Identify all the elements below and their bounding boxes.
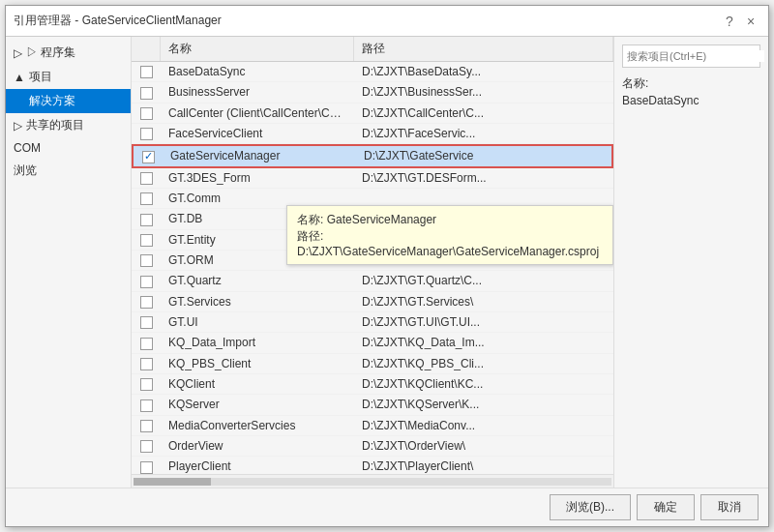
row-check-cell[interactable] (132, 354, 161, 373)
sidebar-item-browse[interactable]: 浏览 (6, 159, 131, 183)
browse-button[interactable]: 浏览(B)... (550, 494, 631, 520)
checkbox-icon[interactable] (140, 399, 153, 412)
title-bar: 引用管理器 - GateServiceClientManager ? × (6, 6, 768, 37)
checkbox-icon[interactable] (140, 338, 153, 350)
row-check-cell[interactable] (132, 292, 161, 311)
row-check-cell[interactable] (132, 82, 161, 102)
h-scroll-track (134, 478, 611, 486)
table-row[interactable]: FaceServiceClientD:\ZJXT\FaceServic... (132, 124, 613, 144)
sidebar-item-assemblies[interactable]: ▷ ▷ 程序集 (6, 41, 131, 65)
row-check-cell[interactable] (132, 271, 161, 290)
table-row[interactable]: GT.ServicesD:\ZJXT\GT.Services\ (132, 292, 613, 312)
checkbox-icon[interactable] (140, 378, 153, 391)
sidebar-item-com[interactable]: COM (6, 137, 131, 159)
solution-label: 解决方案 (29, 93, 75, 109)
row-check-cell[interactable] (132, 251, 161, 270)
header-check (132, 37, 161, 61)
row-check-cell[interactable] (132, 189, 161, 208)
checkbox-icon[interactable] (140, 358, 153, 370)
bottom-bar: 浏览(B)... 确定 取消 (6, 488, 768, 526)
table-row[interactable]: KQ_Data_ImportD:\ZJXT\KQ_Data_Im... (132, 333, 613, 353)
row-check-cell[interactable] (132, 312, 161, 332)
checkbox-icon[interactable] (140, 128, 153, 140)
row-name-cell: GT.Services (161, 292, 354, 311)
row-name-cell: KQClient (161, 374, 354, 394)
checkbox-icon[interactable] (140, 234, 153, 247)
row-path-cell: D:\ZJXT\MediaConv... (354, 416, 613, 435)
table-row[interactable]: GT.UID:\ZJXT\GT.UI\GT.UI... (132, 312, 613, 333)
shared-arrow-icon: ▷ (14, 119, 22, 133)
table-row[interactable]: OrderViewD:\ZJXT\OrderView\ (132, 436, 613, 457)
checkbox-icon[interactable] (140, 87, 153, 100)
row-path-cell: D:\ZJXT\GT.DESForm... (354, 168, 613, 188)
table-row[interactable]: BaseDataSyncD:\ZJXT\BaseDataSy... (132, 62, 613, 82)
checkbox-icon[interactable] (140, 461, 153, 474)
projects-label: 项目 (29, 69, 52, 85)
row-name-cell: GT.UI (161, 312, 354, 332)
checkbox-icon[interactable] (140, 107, 153, 120)
assemblies-arrow-icon: ▷ (14, 46, 22, 60)
row-check-cell[interactable] (132, 457, 161, 474)
row-check-cell[interactable] (134, 146, 163, 165)
table-row[interactable]: KQClientD:\ZJXT\KQClient\KC... (132, 374, 613, 395)
table-row[interactable]: KQServerD:\ZJXT\KQServer\K... (132, 395, 613, 415)
row-path-cell: D:\ZJXT\KQ_PBS_Cli... (354, 354, 613, 373)
table-row[interactable]: KQ_PBS_ClientD:\ZJXT\KQ_PBS_Cli... (132, 354, 613, 374)
row-check-cell[interactable] (132, 209, 161, 228)
tooltip-name-line: 名称: GateServiceManager (297, 212, 603, 228)
checkbox-icon[interactable] (140, 276, 153, 288)
row-check-cell[interactable] (132, 333, 161, 352)
search-box[interactable]: 🔍 (622, 44, 760, 68)
header-path: 路径 (354, 37, 613, 61)
help-button[interactable]: ? (720, 12, 739, 31)
sidebar-item-solution[interactable]: 解决方案 (6, 89, 131, 113)
table-row[interactable]: GT.3DES_FormD:\ZJXT\GT.DESForm... (132, 168, 613, 189)
sidebar-item-shared[interactable]: ▷ 共享的项目 (6, 113, 131, 137)
table-body[interactable]: BaseDataSyncD:\ZJXT\BaseDataSy...Busines… (132, 62, 613, 474)
table-row[interactable]: GateServiceManagerD:\ZJXT\GateService (132, 144, 613, 167)
tooltip-popup: 名称: GateServiceManager 路径: D:\ZJXT\GateS… (286, 205, 613, 265)
table-row[interactable]: MediaConverterServciesD:\ZJXT\MediaConv.… (132, 416, 613, 436)
row-path-cell: D:\ZJXT\BaseDataSy... (354, 62, 613, 81)
table-row[interactable]: GT.QuartzD:\ZJXT\GT.Quartz\C... (132, 271, 613, 291)
row-name-cell: KQ_PBS_Client (161, 354, 354, 373)
row-check-cell[interactable] (132, 103, 161, 123)
checkbox-icon[interactable] (140, 172, 153, 185)
row-check-cell[interactable] (132, 416, 161, 435)
table-row[interactable]: PlayerClientD:\ZJXT\PlayerClient\ (132, 457, 613, 474)
row-check-cell[interactable] (132, 374, 161, 394)
search-icon: 🔍 (764, 49, 768, 63)
checkbox-icon[interactable] (140, 440, 153, 453)
checkbox-icon[interactable] (140, 192, 153, 205)
checkbox-icon[interactable] (140, 316, 153, 329)
row-path-cell: D:\ZJXT\GT.Services\ (354, 292, 613, 311)
browse-label: 浏览 (14, 163, 37, 179)
row-name-cell: GT.3DES_Form (161, 168, 354, 188)
row-check-cell[interactable] (132, 436, 161, 456)
row-check-cell[interactable] (132, 230, 161, 250)
ok-button[interactable]: 确定 (637, 494, 695, 520)
checkbox-icon[interactable] (142, 151, 155, 163)
row-check-cell[interactable] (132, 62, 161, 81)
row-check-cell[interactable] (132, 168, 161, 188)
table-row[interactable]: BusinessServerD:\ZJXT\BusinessSer... (132, 82, 613, 103)
right-panel: 🔍 名称: BaseDataSync (613, 37, 768, 488)
search-input[interactable] (623, 50, 764, 62)
com-label: COM (14, 141, 41, 155)
checkbox-icon[interactable] (140, 66, 153, 78)
row-check-cell[interactable] (132, 395, 161, 414)
cancel-button[interactable]: 取消 (700, 494, 759, 520)
horizontal-scrollbar[interactable] (132, 474, 613, 488)
row-name-cell: CallCenter (Client\CallCenter\CallCenter… (161, 103, 354, 123)
tooltip-path-line: 路径: D:\ZJXT\GateServiceManager\GateServi… (297, 228, 603, 258)
checkbox-icon[interactable] (140, 296, 153, 309)
close-button[interactable]: × (741, 12, 760, 31)
checkbox-icon[interactable] (140, 420, 153, 432)
checkbox-icon[interactable] (140, 214, 153, 226)
checkbox-icon[interactable] (140, 254, 153, 267)
table-row[interactable]: CallCenter (Client\CallCenter\CallCenter… (132, 103, 613, 124)
sidebar-item-projects[interactable]: ▲ 项目 (6, 65, 131, 89)
row-name-cell: FaceServiceClient (161, 124, 354, 143)
row-check-cell[interactable] (132, 124, 161, 143)
h-scroll-thumb[interactable] (134, 478, 211, 486)
